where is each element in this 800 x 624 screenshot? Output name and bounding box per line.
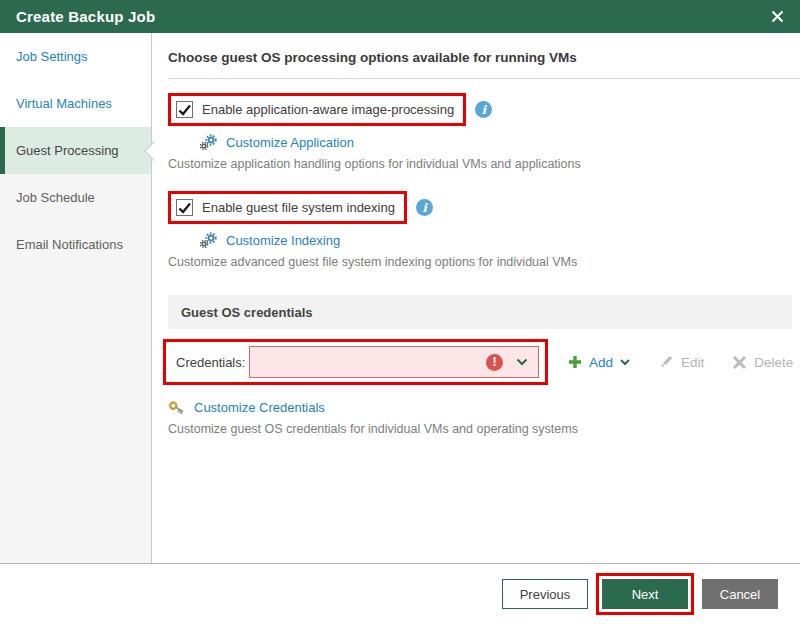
indexing-checkbox-label[interactable]: Enable guest file system indexing <box>202 200 395 215</box>
customize-application-link[interactable]: Customize Application <box>226 135 354 150</box>
customize-credentials-row: Customize Credentials <box>168 399 800 416</box>
sidebar-item-label: Job Settings <box>16 49 88 64</box>
info-icon[interactable]: i <box>416 199 433 216</box>
delete-credentials-button[interactable]: Delete <box>732 355 793 370</box>
titlebar: Create Backup Job <box>0 0 800 33</box>
plus-icon <box>568 355 582 369</box>
sidebar-item-email-notifications[interactable]: Email Notifications <box>0 221 151 268</box>
app-aware-checkbox-label[interactable]: Enable application-aware image-processin… <box>202 102 454 117</box>
indexing-option-row: Enable guest file system indexing i <box>168 191 800 224</box>
credentials-label: Credentials: <box>176 355 243 370</box>
sidebar-item-virtual-machines[interactable]: Virtual Machines <box>0 80 151 127</box>
credentials-row: Credentials: ! Add <box>163 339 800 385</box>
annotation-box-credentials: Credentials: ! <box>163 339 548 385</box>
gears-icon <box>200 134 218 151</box>
add-credentials-button[interactable]: Add <box>568 355 630 370</box>
gears-icon <box>200 232 218 249</box>
footer: Previous Next Cancel <box>0 563 800 624</box>
customize-indexing-link[interactable]: Customize Indexing <box>226 233 340 248</box>
error-icon: ! <box>486 354 503 371</box>
cancel-button[interactable]: Cancel <box>702 579 778 609</box>
x-icon <box>732 355 747 370</box>
indexing-checkbox[interactable] <box>176 199 193 216</box>
sidebar-item-label: Guest Processing <box>16 143 119 158</box>
credentials-toolbar: Add <box>568 354 793 370</box>
app-aware-description: Customize application handling options f… <box>168 157 800 171</box>
customize-application-row: Customize Application <box>200 134 800 151</box>
annotation-box-app-aware: Enable application-aware image-processin… <box>168 93 466 126</box>
pencil-icon <box>658 354 674 370</box>
chevron-down-icon <box>620 359 630 366</box>
annotation-ring-next: Next <box>596 573 694 615</box>
sidebar-item-job-schedule[interactable]: Job Schedule <box>0 174 151 221</box>
create-backup-job-dialog: Create Backup Job Job Settings Virtual M… <box>0 0 800 624</box>
app-aware-option-row: Enable application-aware image-processin… <box>168 93 800 126</box>
edit-credentials-button[interactable]: Edit <box>658 354 704 370</box>
close-icon[interactable] <box>771 10 784 23</box>
sidebar-item-guest-processing[interactable]: Guest Processing <box>0 127 151 174</box>
wizard-steps-nav: Job Settings Virtual Machines Guest Proc… <box>0 33 152 563</box>
key-icon <box>168 399 186 416</box>
credentials-description: Customize guest OS credentials for indiv… <box>168 422 800 436</box>
section-heading: Guest OS credentials <box>181 305 313 320</box>
customize-indexing-row: Customize Indexing <box>200 232 800 249</box>
sidebar-item-label: Job Schedule <box>16 190 95 205</box>
customize-credentials-link[interactable]: Customize Credentials <box>194 400 325 415</box>
info-icon[interactable]: i <box>475 101 492 118</box>
guest-os-credentials-header: Guest OS credentials <box>168 295 792 329</box>
indexing-description: Customize advanced guest file system ind… <box>168 255 800 269</box>
dialog-title: Create Backup Job <box>16 8 771 25</box>
sidebar-item-label: Virtual Machines <box>16 96 112 111</box>
previous-button[interactable]: Previous <box>502 579 588 609</box>
annotation-box-indexing: Enable guest file system indexing <box>168 191 407 224</box>
chevron-down-icon <box>516 358 528 366</box>
next-button[interactable]: Next <box>602 579 688 609</box>
app-aware-checkbox[interactable] <box>176 101 193 118</box>
credentials-dropdown[interactable]: ! <box>249 346 539 378</box>
guest-processing-panel: Choose guest OS processing options avail… <box>152 33 800 563</box>
page-title: Choose guest OS processing options avail… <box>168 50 800 65</box>
sidebar-item-job-settings[interactable]: Job Settings <box>0 33 151 80</box>
sidebar-item-label: Email Notifications <box>16 237 123 252</box>
header-divider <box>168 78 800 79</box>
